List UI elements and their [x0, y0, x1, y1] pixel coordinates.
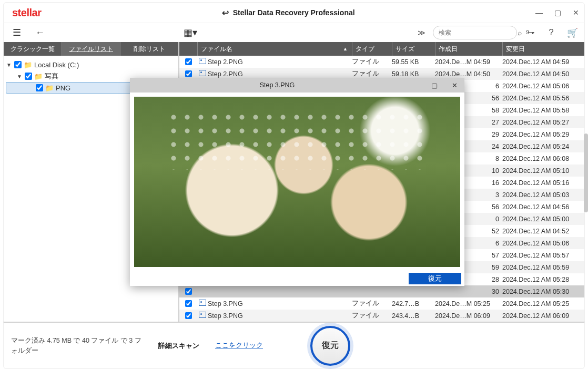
file-modified: 2024.Dec.12 AM 05:56 [502, 95, 584, 102]
app-logo: stellar [12, 7, 41, 19]
file-size: 243.4…B [392, 312, 435, 320]
file-modified: 2024.Dec.12 AM 06:09 [502, 312, 584, 320]
tree-check-photos[interactable] [25, 73, 32, 80]
file-modified: 2024.Dec.12 AM 05:10 [502, 167, 584, 174]
preview-titlebar[interactable]: Step 3.PNG ▢ ✕ [130, 78, 464, 93]
file-check[interactable] [185, 58, 192, 65]
back-icon[interactable]: ↩ [222, 8, 229, 18]
search-icon[interactable]: ⌕ [518, 28, 522, 37]
file-created: 2024.De…M 05:25 [435, 300, 502, 307]
tab-filelist[interactable]: ファイルリスト [62, 42, 120, 56]
image-file-icon [197, 58, 208, 66]
file-modified: 2024.Dec.12 AM 05:06 [502, 83, 584, 90]
file-row[interactable]: Step 3.PNGファイル242.7…B2024.De…M 05:252024… [179, 297, 584, 310]
file-modified: 2024.Dec.12 AM 05:25 [502, 300, 584, 307]
file-created: 2024.De…M 06:09 [435, 312, 502, 320]
tab-classic[interactable]: クラシック一覧 [4, 42, 62, 56]
folder-icon: 📁 [45, 84, 54, 92]
file-created: 2024.De…M 04:59 [435, 58, 502, 66]
image-file-icon [197, 300, 208, 307]
preview-title: Step 3.PNG [130, 81, 424, 89]
titlebar: stellar ↩ Stellar Data Recovery Professi… [3, 2, 585, 23]
file-row[interactable]: Step 2.PNGファイル59.55 KB2024.De…M 04:59202… [179, 56, 584, 68]
tree-check-png[interactable] [36, 84, 43, 91]
file-check[interactable] [185, 288, 192, 295]
file-size: 59.18 KB [392, 70, 435, 78]
preview-recover-button[interactable]: 復元 [409, 273, 461, 284]
file-name: Step 2.PNG [208, 58, 352, 66]
file-row[interactable]: 302024.Dec.12 AM 05:30 [179, 285, 584, 297]
file-modified: 2024.Dec.12 AM 05:28 [502, 276, 584, 283]
file-modified: 2024.Dec.12 AM 05:59 [502, 264, 584, 271]
window-controls: — ▢ ✕ [535, 8, 579, 17]
file-type: ファイル [352, 311, 392, 320]
collapse-icon [27, 85, 34, 91]
key-icon[interactable]: 🗝 [522, 27, 538, 38]
col-size[interactable]: サイズ [392, 42, 435, 56]
tree-check-root[interactable] [14, 61, 22, 68]
search-field[interactable]: ⌕ [433, 26, 517, 39]
maximize-icon[interactable]: ▢ [554, 8, 561, 17]
preview-maximize-icon[interactable]: ▢ [424, 78, 444, 93]
more-icon[interactable]: ≫ [415, 28, 428, 37]
file-check[interactable] [185, 312, 192, 319]
file-modified: 2024.Dec.12 AM 05:03 [502, 191, 584, 199]
help-icon[interactable]: ? [543, 27, 559, 38]
file-modified: 2024.Dec.12 AM 05:06 [502, 240, 584, 247]
tree-photos-label: 写真 [45, 71, 58, 81]
folder-icon: 📁 [34, 73, 43, 80]
preview-window: Step 3.PNG ▢ ✕ 復元 [130, 78, 464, 286]
view-grid-icon[interactable]: ▦▾ [181, 25, 199, 40]
hamburger-icon[interactable]: ☰ [8, 25, 26, 40]
file-modified: 2024.Dec.12 AM 06:08 [502, 155, 584, 162]
col-type[interactable]: タイプ [352, 42, 392, 56]
file-modified: 2024.Dec.12 AM 05:57 [502, 252, 584, 259]
window-title-area: ↩ Stellar Data Recovery Professional [41, 8, 535, 18]
sort-asc-icon: ▲ [343, 46, 348, 52]
file-name: Step 2.PNG [208, 70, 352, 78]
file-row[interactable]: Step 3.PNGファイル243.4…B2024.De…M 06:092024… [179, 310, 584, 322]
tree-root-label: Local Disk (C:) [34, 61, 79, 69]
file-name: Step 3.PNG [208, 300, 352, 307]
collapse-icon[interactable]: ▼ [16, 74, 23, 79]
image-file-icon [197, 312, 208, 320]
recover-button[interactable]: 復元 [310, 326, 350, 366]
folder-icon: 📁 [24, 61, 32, 69]
tree-png-label: PNG [56, 84, 70, 92]
file-created: 2024.De…M 04:50 [435, 70, 502, 78]
file-modified: 2024.Dec.12 AM 04:50 [502, 70, 584, 78]
file-check[interactable] [185, 300, 192, 307]
file-header: ファイル名▲ タイプ サイズ 作成日 変更日 [179, 42, 584, 56]
minimize-icon[interactable]: — [535, 8, 543, 17]
tree-root[interactable]: ▼ 📁 Local Disk (C:) [6, 59, 176, 70]
col-name[interactable]: ファイル名▲ [197, 42, 352, 56]
search-input[interactable] [439, 29, 518, 36]
file-type: ファイル [352, 299, 392, 308]
tab-deleted[interactable]: 削除リスト [120, 42, 178, 56]
file-type: ファイル [352, 57, 392, 66]
detail-scan-link[interactable]: ここをクリック [215, 341, 263, 350]
col-modified[interactable]: 変更日 [502, 42, 584, 56]
file-check[interactable] [185, 70, 192, 77]
close-icon[interactable]: ✕ [573, 8, 579, 17]
collapse-icon[interactable]: ▼ [6, 62, 12, 68]
image-file-icon [197, 70, 208, 78]
preview-image [134, 97, 460, 267]
file-name: Step 3.PNG [208, 312, 352, 320]
view-tabs: クラシック一覧 ファイルリスト 削除リスト [4, 42, 178, 56]
toolbar: ☰ ← ▦▾ ≫ ⌕ 🗝 ? 🛒 [3, 23, 585, 42]
file-modified: 2024.Dec.12 AM 05:24 [502, 143, 584, 150]
preview-close-icon[interactable]: ✕ [444, 78, 464, 93]
file-created: 30 [435, 288, 502, 295]
file-type: ファイル [352, 69, 392, 78]
scrollbar[interactable] [584, 133, 588, 212]
file-modified: 2024.Dec.12 AM 05:27 [502, 119, 584, 126]
detail-scan-label: 詳細スキャン [158, 341, 199, 351]
col-created[interactable]: 作成日 [435, 42, 502, 56]
file-size: 59.55 KB [392, 58, 435, 66]
file-modified: 2024.Dec.12 AM 05:00 [502, 215, 584, 223]
cart-icon[interactable]: 🛒 [564, 27, 580, 38]
file-size: 242.7…B [392, 300, 435, 307]
window-title: Stellar Data Recovery Professional [233, 8, 355, 17]
nav-back-icon[interactable]: ← [31, 25, 49, 40]
